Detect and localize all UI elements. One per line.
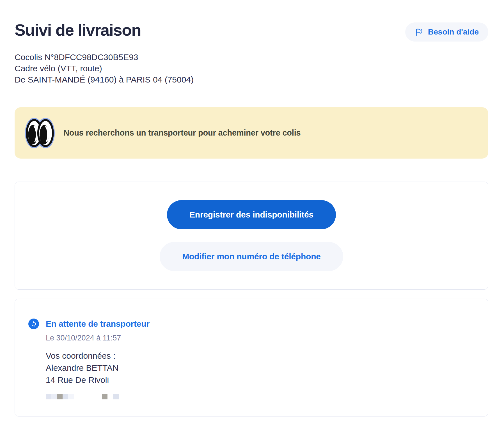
- sync-icon: [28, 319, 39, 329]
- page-title: Suivi de livraison: [15, 22, 141, 38]
- redacted-block: [51, 394, 57, 399]
- status-date: Le 30/10/2024 à 11:57: [46, 334, 150, 342]
- contact-name: Alexandre BETTAN: [46, 362, 150, 374]
- redacted-block: [102, 394, 107, 399]
- status-label: En attente de transporteur: [46, 319, 150, 329]
- redacted-gap: [107, 394, 113, 399]
- delivery-tracking-page: Suivi de livraison Besoin d'aide Cocolis…: [0, 22, 504, 417]
- redacted-gap: [74, 394, 102, 399]
- contact-details-heading: Vos coordonnées :: [46, 350, 150, 362]
- edit-phone-number-button[interactable]: Modifier mon numéro de téléphone: [160, 242, 343, 271]
- eyes-emoji-icon: [25, 117, 55, 149]
- flag-icon: [415, 28, 424, 36]
- shipment-summary: Cocolis N°8DFCC98DC30B5E93 Cadre vélo (V…: [15, 52, 488, 85]
- redacted-block: [68, 394, 74, 399]
- redacted-block: [63, 394, 68, 399]
- register-unavailability-button[interactable]: Enregistrer des indisponibilités: [167, 200, 336, 229]
- help-button[interactable]: Besoin d'aide: [405, 22, 488, 42]
- status-banner: Nous recherchons un transporteur pour ac…: [15, 107, 488, 159]
- timeline-card: En attente de transporteur Le 30/10/2024…: [15, 299, 488, 417]
- contact-address: 14 Rue De Rivoli: [46, 374, 150, 386]
- redacted-block: [113, 394, 119, 399]
- redacted-block: [57, 394, 63, 399]
- shipment-item: Cadre vélo (VTT, route): [15, 63, 488, 74]
- redacted-address-line: [46, 394, 150, 399]
- actions-card: Enregistrer des indisponibilités Modifie…: [15, 182, 488, 290]
- help-button-label: Besoin d'aide: [428, 28, 479, 36]
- page-header: Suivi de livraison Besoin d'aide: [15, 22, 488, 42]
- timeline-entry: En attente de transporteur Le 30/10/2024…: [28, 319, 475, 399]
- banner-message: Nous recherchons un transporteur pour ac…: [63, 128, 301, 138]
- shipment-route: De SAINT-MANDÉ (94160) à PARIS 04 (75004…: [15, 74, 488, 85]
- redacted-block: [46, 394, 51, 399]
- shipment-reference: Cocolis N°8DFCC98DC30B5E93: [15, 52, 488, 63]
- contact-details: Vos coordonnées : Alexandre BETTAN 14 Ru…: [46, 350, 150, 386]
- timeline-entry-body: En attente de transporteur Le 30/10/2024…: [46, 319, 150, 399]
